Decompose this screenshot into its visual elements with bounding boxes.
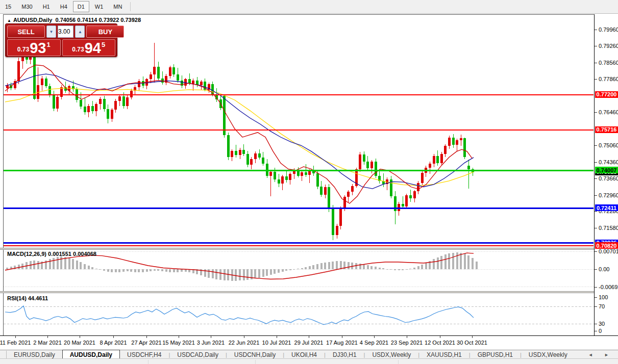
macd-histogram-bar: [118, 269, 120, 272]
chart-title: ▲AUDUSD,Daily 0.74056 0.74114 0.73922 0.…: [7, 17, 141, 23]
sell-price-display[interactable]: 0.73 93 1: [7, 39, 61, 56]
date-tick: [179, 336, 179, 338]
tab-scroll-arrows[interactable]: ◄ ►: [588, 352, 614, 357]
chart-tab-usdcad-daily[interactable]: USDCAD,Daily: [170, 351, 226, 359]
macd-histogram-bar: [340, 261, 342, 269]
collapse-arrow-icon[interactable]: ▲: [7, 18, 11, 23]
date-tick-label: 27 Apr 2021: [131, 340, 161, 346]
chart-tab-xauusd-h1[interactable]: XAUUSD,H1: [419, 351, 469, 359]
macd-histogram-bar: [122, 269, 125, 272]
candle-body: [336, 226, 338, 235]
volume-input[interactable]: 3.00: [58, 25, 73, 38]
candle-body: [351, 186, 354, 192]
chart-tab-dj30-h1[interactable]: DJ30,H1: [326, 351, 364, 359]
candle-body: [161, 79, 164, 83]
sell-price-pip: 1: [46, 41, 50, 48]
macd-histogram-bar: [394, 269, 396, 270]
date-tick-label: 17 Aug 2021: [326, 340, 358, 346]
price-tick-label: 0.77860: [599, 76, 618, 82]
candle-body: [118, 96, 121, 101]
sell-price-prefix: 0.73: [17, 46, 29, 53]
macd-histogram-bar: [154, 269, 156, 271]
macd-histogram-bar: [316, 264, 318, 269]
macd-histogram-bar: [219, 269, 221, 280]
timeframe-button-h4[interactable]: H4: [56, 1, 72, 12]
price-tick-label: 0.72960: [599, 192, 618, 198]
status-cell-divider: [255, 360, 256, 364]
status-cell-divider: [398, 360, 399, 364]
chart-tab-gbpusd-h1[interactable]: GBPUSD,H1: [471, 351, 520, 359]
price-axis[interactable]: 0.799600.792600.785600.778600.764600.750…: [594, 14, 618, 335]
buy-button[interactable]: BUY: [86, 25, 124, 38]
candle-body: [421, 173, 424, 183]
date-tick: [472, 336, 473, 338]
rsi-indicator-panel[interactable]: [4, 293, 594, 335]
price-tick: [595, 195, 597, 196]
chart-tab-usdx-weekly[interactable]: USDX,Weekly: [522, 351, 575, 359]
price-tick-label: 0.73660: [599, 175, 618, 181]
macd-histogram-bar: [173, 269, 175, 272]
buy-price-display[interactable]: 0.73 94 5: [62, 39, 116, 56]
chart-tab-ukoil-h4[interactable]: UKOil,H4: [284, 351, 324, 359]
date-tick: [47, 336, 48, 338]
timeframe-button-15[interactable]: 15: [1, 1, 16, 12]
macd-histogram-bar: [285, 269, 287, 271]
macd-histogram-bar: [425, 263, 427, 269]
macd-histogram-bar: [157, 269, 159, 271]
candle-body: [181, 81, 183, 86]
macd-histogram-bar: [282, 269, 284, 272]
candle-body: [467, 166, 470, 169]
price-badge-support-3: 0.70820: [595, 242, 618, 249]
macd-histogram-bar: [452, 253, 454, 269]
candle-body: [169, 67, 171, 76]
macd-histogram-bar: [227, 269, 229, 280]
price-tick: [595, 178, 597, 179]
macd-histogram-bar: [456, 252, 458, 269]
date-tick-label: 30 Oct 2021: [457, 340, 487, 346]
candle-body: [359, 154, 361, 169]
macd-histogram-bar: [402, 269, 404, 270]
chart-tab-usdchf-h4[interactable]: USDCHF,H4: [120, 351, 168, 359]
date-axis[interactable]: 11 Feb 20212 Mar 202120 Mar 20218 Apr 20…: [0, 335, 618, 350]
candle-body: [274, 172, 276, 179]
chart-tab-usdx-weekly[interactable]: USDX,Weekly: [365, 351, 418, 359]
timeframe-button-h1[interactable]: H1: [38, 1, 55, 12]
candle-body: [258, 153, 261, 158]
timeframe-button-m30[interactable]: M30: [17, 1, 37, 12]
date-tick: [309, 336, 309, 338]
macd-histogram-bar: [258, 269, 260, 278]
volume-increase-button[interactable]: ▲: [75, 25, 85, 38]
macd-histogram-bar: [433, 259, 435, 269]
price-tick: [595, 79, 597, 80]
volume-decrease-button[interactable]: ▼: [46, 25, 56, 38]
candle-body: [103, 99, 106, 109]
macd-histogram-bar: [150, 269, 152, 271]
candle-body: [130, 91, 133, 97]
date-tick: [211, 336, 211, 338]
candle-body: [262, 158, 264, 164]
chart-tab-usdcnh-daily[interactable]: USDCNH,Daily: [227, 351, 283, 359]
date-tick-label: 22 Jun 2021: [229, 340, 260, 346]
timeframe-button-mn[interactable]: MN: [109, 1, 127, 12]
macd-histogram-bar: [476, 262, 478, 269]
candle-body: [239, 150, 241, 155]
date-tick-label: 10 Jul 2021: [262, 340, 291, 346]
chart-tab-audusd-daily[interactable]: AUDUSD,Daily: [62, 350, 120, 359]
candle-body: [278, 179, 280, 184]
macd-histogram-bar: [312, 265, 314, 269]
timeframe-button-w1[interactable]: W1: [90, 1, 108, 12]
candle-body: [328, 187, 330, 209]
sell-button[interactable]: SELL: [7, 25, 45, 38]
macd-histogram-bar: [254, 269, 256, 278]
candle-body: [281, 176, 284, 184]
macd-histogram-bar: [37, 261, 39, 269]
chart-tab-eurusd-daily[interactable]: EURUSD,Daily: [7, 351, 62, 359]
macd-title: MACD(12,26,9) 0.001551 0.004068: [7, 251, 96, 257]
macd-histogram-bar: [60, 256, 62, 269]
timeframe-button-d1[interactable]: D1: [73, 1, 89, 12]
macd-histogram-bar: [274, 269, 276, 274]
macd-histogram-bar: [111, 269, 113, 272]
candle-body: [231, 151, 233, 157]
buy-price-pip: 5: [102, 41, 105, 48]
candle-body: [172, 67, 175, 74]
